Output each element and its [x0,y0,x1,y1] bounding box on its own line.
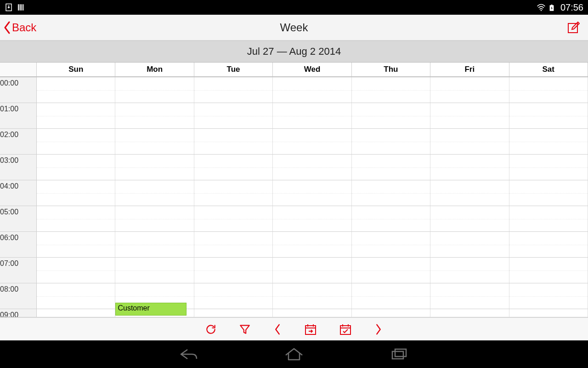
go-to-date-button[interactable] [304,323,317,336]
hour-row[interactable]: 02:00 [0,129,588,155]
calendar-cell[interactable] [273,232,351,257]
calendar-cell[interactable] [194,258,273,283]
calendar-cell[interactable] [352,77,430,103]
calendar-cell[interactable] [430,180,509,206]
calendar-cell[interactable] [352,103,430,128]
calendar-cell[interactable] [430,232,509,257]
calendar-cell[interactable] [115,155,194,180]
calendar-cell[interactable] [194,180,273,206]
calendar-cell[interactable] [430,283,509,309]
hour-row[interactable]: 07:00 [0,258,588,283]
calendar-cell[interactable] [509,129,588,154]
calendar-cell[interactable] [509,258,588,283]
calendar-cell[interactable] [352,180,430,206]
next-button[interactable] [374,323,383,335]
calendar-cell[interactable] [115,206,194,231]
calendar-cell[interactable] [273,206,351,231]
calendar-cell[interactable] [509,103,588,128]
calendar-cell[interactable] [37,258,115,283]
calendar-cell[interactable] [194,309,273,317]
calendar-cell[interactable] [37,309,115,317]
calendar-cell[interactable] [37,180,115,206]
calendar-cell[interactable] [273,283,351,309]
compose-button[interactable] [559,21,588,34]
calendar-cell[interactable] [430,155,509,180]
calendar-cell[interactable] [115,232,194,257]
calendar-cell[interactable] [273,180,351,206]
hour-row[interactable]: 09:00 [0,309,588,317]
filter-button[interactable] [239,323,251,335]
calendar-cell[interactable] [37,206,115,231]
calendar-cell[interactable] [352,155,430,180]
calendar-cell[interactable] [194,103,273,128]
calendar-cell[interactable] [37,77,115,103]
calendar-cell[interactable] [352,232,430,257]
calendar-cell[interactable] [115,77,194,103]
calendar-cell[interactable] [37,155,115,180]
calendar-cell[interactable] [115,103,194,128]
hour-row[interactable]: 01:00 [0,103,588,129]
calendar-cell[interactable] [273,77,351,103]
calendar-cell[interactable] [194,206,273,231]
calendar-cell[interactable] [194,232,273,257]
calendar-arrow-icon [304,323,317,336]
calendar-event[interactable]: Customer [115,303,186,316]
calendar-cell[interactable] [430,103,509,128]
hour-row[interactable]: 05:00 [0,206,588,232]
calendar-cell[interactable] [509,180,588,206]
calendar-cell[interactable] [430,206,509,231]
hour-row[interactable]: 08:00 [0,283,588,309]
calendar-cell[interactable] [194,283,273,309]
calendar-cell[interactable] [430,129,509,154]
calendar-cell[interactable] [509,309,588,317]
svg-rect-1 [18,4,19,11]
prev-button[interactable] [273,323,282,335]
calendar-cell[interactable] [37,103,115,128]
calendar-cell[interactable] [273,155,351,180]
android-back-button[interactable] [178,347,200,362]
time-label: 03:00 [0,155,37,180]
calendar-cell[interactable] [430,309,509,317]
calendar-cell[interactable] [37,283,115,309]
svg-rect-3 [22,4,23,11]
apps-icon [17,3,25,12]
calendar-cell[interactable] [37,129,115,154]
calendar-cell[interactable] [115,258,194,283]
calendar-cell[interactable] [115,180,194,206]
today-button[interactable] [339,323,352,336]
hour-row[interactable]: 06:00 [0,232,588,258]
calendar-cell[interactable] [509,232,588,257]
android-home-button[interactable] [283,347,305,362]
refresh-button[interactable] [205,323,217,335]
calendar-cell[interactable] [194,77,273,103]
android-recent-button[interactable] [388,347,410,362]
calendar-cell[interactable] [430,258,509,283]
calendar-cell[interactable] [352,283,430,309]
calendar-cell[interactable] [509,206,588,231]
hour-row[interactable]: 00:00 [0,77,588,103]
calendar-cell[interactable] [194,155,273,180]
calendar-grid[interactable]: 00:0001:0002:0003:0004:0005:0006:0007:00… [0,77,588,317]
calendar-cell[interactable] [273,103,351,128]
date-range-bar[interactable]: Jul 27 — Aug 2 2014 [0,40,588,63]
calendar-cell[interactable] [352,129,430,154]
hour-row[interactable]: 04:00 [0,180,588,206]
calendar-cell[interactable] [273,129,351,154]
calendar-cell[interactable] [352,258,430,283]
calendar-cell[interactable] [115,129,194,154]
filter-icon [239,323,251,335]
back-button[interactable]: Back [0,21,40,34]
calendar-cell[interactable] [273,309,351,317]
android-nav-bar [0,340,588,368]
calendar-cell[interactable] [509,283,588,309]
calendar-cell[interactable] [352,309,430,317]
calendar-cell[interactable] [509,77,588,103]
calendar-cell[interactable] [430,77,509,103]
calendar-cell[interactable] [273,258,351,283]
calendar-cell[interactable] [352,206,430,231]
date-range-label: Jul 27 — Aug 2 2014 [247,46,341,58]
calendar-cell[interactable] [37,232,115,257]
calendar-cell[interactable] [509,155,588,180]
hour-row[interactable]: 03:00 [0,155,588,180]
calendar-cell[interactable] [194,129,273,154]
